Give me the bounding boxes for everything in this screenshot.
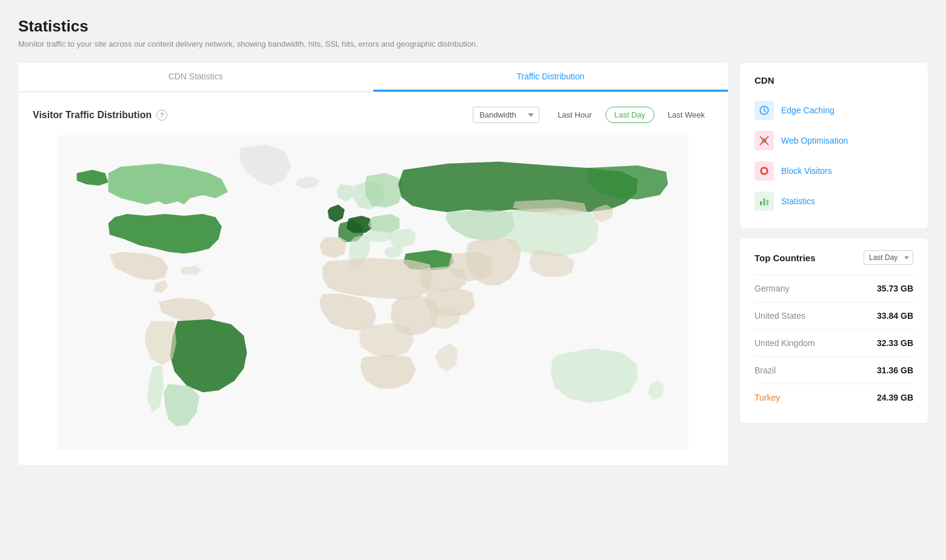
world-map <box>33 135 713 450</box>
top-countries-dropdown[interactable]: Last Day <box>864 250 913 265</box>
country-value-us: 33.84 GB <box>877 311 913 321</box>
top-countries-header: Top Countries Last Day <box>754 250 913 265</box>
tabs-bar: CDN Statistics Traffic Distribution <box>18 63 728 92</box>
map-controls: Bandwidth Last Hour Last Day Last Week <box>473 107 713 123</box>
country-value-brazil: 31.36 GB <box>877 365 913 375</box>
map-title-text: Visitor Traffic Distribution <box>33 110 152 121</box>
block-visitors-icon <box>754 161 774 181</box>
last-hour-button[interactable]: Last Hour <box>549 107 600 122</box>
country-name-us: United States <box>754 311 805 321</box>
svg-rect-5 <box>760 201 762 205</box>
map-header: Visitor Traffic Distribution ? Bandwidth… <box>33 107 713 123</box>
tab-traffic-distribution[interactable]: Traffic Distribution <box>373 63 728 92</box>
country-row-turkey: Turkey 24.39 GB <box>754 384 913 411</box>
block-visitors-label: Block Visitors <box>781 166 832 176</box>
country-name-uk: United Kingdom <box>754 338 815 348</box>
map-panel: Visitor Traffic Distribution ? Bandwidth… <box>18 92 728 465</box>
map-title: Visitor Traffic Distribution ? <box>33 110 167 121</box>
country-name-germany: Germany <box>754 284 790 293</box>
country-value-uk: 32.33 GB <box>877 338 913 348</box>
country-row-brazil: Brazil 31.36 GB <box>754 356 913 384</box>
bandwidth-dropdown[interactable]: Bandwidth <box>473 107 539 123</box>
time-buttons: Last Hour Last Day Last Week <box>549 107 713 123</box>
cdn-card-title: CDN <box>754 75 913 85</box>
country-value-germany: 35.73 GB <box>877 284 913 293</box>
web-optimisation-icon <box>754 131 774 150</box>
help-icon[interactable]: ? <box>156 110 167 121</box>
edge-caching-label: Edge Caching <box>781 105 834 115</box>
web-optimisation-label: Web Optimisation <box>781 136 848 145</box>
last-week-button[interactable]: Last Week <box>659 107 713 122</box>
svg-rect-6 <box>764 199 765 205</box>
statistics-label: Statistics <box>781 196 815 206</box>
cdn-card: CDN Edge Caching <box>740 63 928 228</box>
country-name-brazil: Brazil <box>754 365 776 375</box>
page-subtitle: Monitor traffic to your site across our … <box>18 39 928 48</box>
content-area: CDN Statistics Traffic Distribution Visi… <box>18 63 728 465</box>
svg-rect-7 <box>767 200 768 205</box>
tab-cdn-statistics[interactable]: CDN Statistics <box>18 63 373 92</box>
country-row-united-kingdom: United Kingdom 32.33 GB <box>754 329 913 356</box>
cdn-item-web-optimisation[interactable]: Web Optimisation <box>754 125 913 156</box>
country-value-turkey: 24.39 GB <box>877 393 913 402</box>
last-day-button[interactable]: Last Day <box>605 107 655 123</box>
svg-point-4 <box>762 168 767 173</box>
country-name-turkey: Turkey <box>754 393 780 402</box>
country-row-germany: Germany 35.73 GB <box>754 275 913 302</box>
statistics-icon <box>754 192 774 211</box>
cdn-item-statistics[interactable]: Statistics <box>754 186 913 216</box>
edge-caching-icon <box>754 101 774 120</box>
top-countries-card: Top Countries Last Day Germany 35.73 GB … <box>740 238 928 423</box>
cdn-item-block-visitors[interactable]: Block Visitors <box>754 156 913 186</box>
cdn-item-edge-caching[interactable]: Edge Caching <box>754 95 913 125</box>
page-title: Statistics <box>18 17 928 36</box>
country-row-united-states: United States 33.84 GB <box>754 302 913 329</box>
sidebar: CDN Edge Caching <box>740 63 928 423</box>
top-countries-title: Top Countries <box>754 253 816 263</box>
